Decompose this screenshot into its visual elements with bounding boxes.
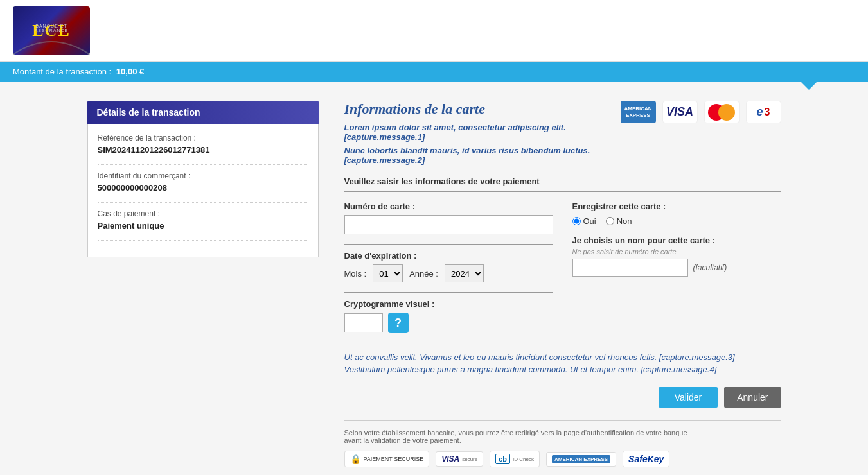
transaction-amount: 10,00 € — [116, 67, 144, 76]
transaction-ref-value: SIM202411201226012771381 — [98, 145, 308, 155]
bottom-divider — [344, 420, 781, 421]
chevron-indicator — [801, 82, 817, 90]
payment-case-field: Cas de paiement : Paiement unique — [98, 209, 308, 230]
mc-circles — [708, 104, 735, 121]
paiement-securise-badge: 🔒 PAIEMENT SÉCURISÉ — [344, 451, 430, 467]
year-label: Année : — [409, 269, 438, 279]
header: LCL BANQUE ET ASSURANCE — [0, 0, 868, 62]
transaction-bar: Montant de la transaction : 10,00 € — [0, 62, 868, 82]
transaction-label: Montant de la transaction : — [13, 67, 111, 76]
transaction-ref-field: Référence de la transaction : SIM2024112… — [98, 134, 308, 155]
radio-non-label: Non — [617, 216, 632, 226]
cb-idcheck-text: ID Check — [513, 456, 534, 462]
expiry-field: Date d'expiration : Mois : 01 02 03 04 0… — [344, 251, 553, 282]
form-divider-top — [344, 191, 781, 192]
main-content: Détails de la transaction Référence de l… — [49, 82, 820, 475]
sidebar-title: Détails de la transaction — [87, 101, 319, 124]
merchant-id-value: 500000000000208 — [98, 183, 308, 193]
cvv-label: Cryptogramme visuel : — [344, 299, 553, 309]
transaction-ref-label: Référence de la transaction : — [98, 134, 308, 142]
mc-circle-orange — [718, 104, 735, 121]
bottom-logos: 🔒 PAIEMENT SÉCURISÉ VISA secure cb ID Ch… — [344, 451, 781, 467]
page-title: Informations de la carte — [344, 101, 621, 117]
amex-logo: AMERICANEXPRESS — [621, 101, 656, 123]
cb-logo: e 3 — [746, 101, 781, 123]
cb-id-logo: cb — [495, 454, 510, 464]
payment-case-value: Paiement unique — [98, 221, 308, 230]
register-card-label: Enregistrer cette carte : — [572, 202, 781, 211]
cb-idcheck-badge: cb ID Check — [490, 451, 540, 467]
card-name-hint: Ne pas saisir de numéro de carte — [572, 248, 781, 255]
form-divider-expiry — [344, 292, 553, 293]
form-columns: Numéro de carte : Date d'expiration : Mo… — [344, 202, 781, 343]
card-number-input[interactable] — [344, 215, 553, 234]
card-name-label: Je choisis un nom pour cette carte : — [572, 236, 781, 245]
optional-text: (facultatif) — [693, 263, 727, 272]
cvv-row: ? — [344, 313, 553, 333]
radio-non-input[interactable] — [606, 217, 614, 225]
card-name-row: (facultatif) — [572, 259, 781, 277]
footer-msg4: Vestibulum pellentesque purus a magna ti… — [344, 365, 781, 374]
bottom-text2: avant la validation de votre paiement. — [344, 436, 781, 444]
form-area: Informations de la carte Lorem ipsum dol… — [344, 101, 781, 467]
card-logos: AMERICANEXPRESS VISA e 3 — [621, 101, 781, 123]
secure-label: PAIEMENT SÉCURISÉ — [364, 456, 424, 462]
card-number-label: Numéro de carte : — [344, 202, 553, 211]
radio-oui-input[interactable] — [572, 217, 581, 225]
bottom-text1: Selon votre établissement bancaire, vous… — [344, 429, 781, 436]
cancel-button[interactable]: Annuler — [724, 387, 781, 408]
sidebar-divider-3 — [98, 240, 308, 241]
merchant-id-field: Identifiant du commerçant : 500000000000… — [98, 171, 308, 193]
register-card-field: Enregistrer cette carte : Oui Non — [572, 202, 781, 226]
visa-text: VISA — [666, 105, 693, 119]
expiry-label: Date d'expiration : — [344, 251, 553, 261]
message2: Nunc lobortis blandit mauris, id varius … — [344, 146, 621, 165]
footer-messages: Ut ac convallis velit. Vivamus et leo eu… — [344, 352, 781, 374]
form-header-row: Informations de la carte Lorem ipsum dol… — [344, 101, 781, 169]
visa-logo: VISA — [662, 101, 698, 123]
form-divider-card — [344, 244, 553, 245]
mastercard-logo — [704, 101, 740, 123]
visa-secure-text: VISA — [441, 454, 459, 463]
card-name-field: Je choisis un nom pour cette carte : Ne … — [572, 236, 781, 277]
card-name-input[interactable] — [572, 259, 688, 277]
amex-small-logo: AMERICAN EXPRESS — [552, 455, 610, 463]
radio-non-option[interactable]: Non — [606, 216, 632, 226]
radio-oui-option[interactable]: Oui — [572, 216, 596, 226]
instruction-text: Veuillez saisir les informations de votr… — [344, 177, 781, 186]
form-title-section: Informations de la carte Lorem ipsum dol… — [344, 101, 621, 169]
form-col-left: Numéro de carte : Date d'expiration : Mo… — [344, 202, 553, 343]
cvv-help-button[interactable]: ? — [388, 313, 409, 333]
payment-case-label: Cas de paiement : — [98, 209, 308, 218]
cvv-field: Cryptogramme visuel : ? — [344, 299, 553, 333]
sidebar: Détails de la transaction Référence de l… — [87, 101, 319, 467]
safekey-badge: SafeKey — [623, 451, 669, 467]
cvv-input[interactable] — [344, 313, 383, 332]
expiry-row: Mois : 01 02 03 04 05 06 07 08 09 10 — [344, 264, 553, 282]
visa-secure-subtext: secure — [462, 456, 477, 462]
visa-secure-badge: VISA secure — [436, 451, 483, 467]
amex-badge: AMERICAN EXPRESS — [546, 452, 616, 467]
month-select[interactable]: 01 02 03 04 05 06 07 08 09 10 11 12 — [373, 264, 403, 282]
sidebar-divider-1 — [98, 164, 308, 165]
year-select[interactable]: 2024 2025 2026 2027 2028 2029 2030 — [445, 264, 484, 282]
sidebar-divider-2 — [98, 202, 308, 203]
form-col-right: Enregistrer cette carte : Oui Non — [572, 202, 781, 343]
radio-row: Oui Non — [572, 216, 781, 226]
logo: LCL BANQUE ET ASSURANCE — [13, 6, 90, 55]
safekey-text: SafeKey — [628, 454, 664, 464]
logo-subtitle: BANQUE ET ASSURANCE — [32, 24, 70, 33]
lock-icon: 🔒 — [350, 454, 361, 464]
card-number-field: Numéro de carte : — [344, 202, 553, 234]
sidebar-body: Référence de la transaction : SIM2024112… — [87, 124, 319, 257]
radio-oui-label: Oui — [583, 216, 596, 226]
merchant-id-label: Identifiant du commerçant : — [98, 171, 308, 180]
message1: Lorem ipsum dolor sit amet, consectetur … — [344, 123, 621, 142]
button-row: Valider Annuler — [344, 387, 781, 408]
footer-msg3: Ut ac convallis velit. Vivamus et leo eu… — [344, 352, 781, 362]
bottom-info: Selon votre établissement bancaire, vous… — [344, 429, 781, 444]
month-label: Mois : — [344, 269, 367, 279]
validate-button[interactable]: Valider — [659, 387, 718, 408]
